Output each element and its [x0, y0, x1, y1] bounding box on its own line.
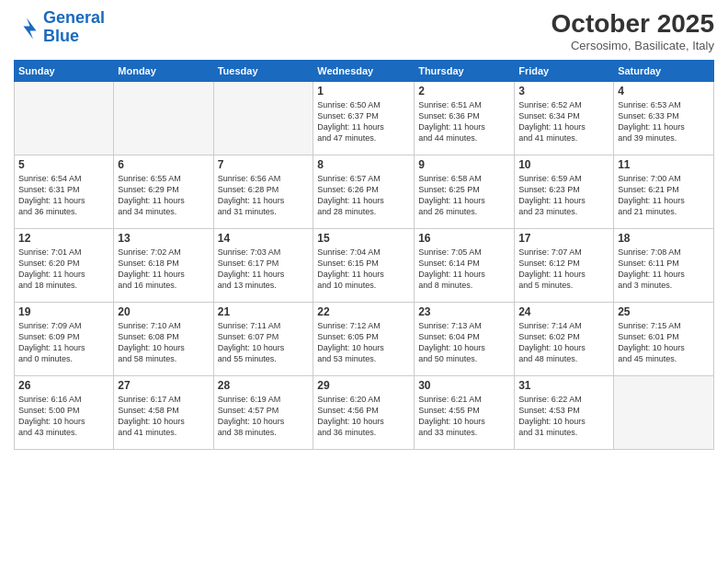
day-info: Sunrise: 6:52 AM Sunset: 6:34 PM Dayligh…	[518, 99, 609, 144]
calendar-cell: 22Sunrise: 7:12 AM Sunset: 6:05 PM Dayli…	[313, 303, 415, 376]
logo-blue: Blue	[43, 28, 105, 46]
weekday-header: Thursday	[415, 61, 515, 82]
day-info: Sunrise: 6:56 AM Sunset: 6:28 PM Dayligh…	[218, 173, 310, 218]
day-number: 23	[418, 305, 510, 318]
calendar-cell: 10Sunrise: 6:59 AM Sunset: 6:23 PM Dayli…	[515, 155, 614, 229]
day-info: Sunrise: 7:11 AM Sunset: 6:07 PM Dayligh…	[218, 320, 310, 365]
day-number: 7	[218, 158, 310, 171]
day-number: 20	[118, 305, 209, 318]
day-number: 25	[618, 305, 710, 318]
calendar-week-row: 19Sunrise: 7:09 AM Sunset: 6:09 PM Dayli…	[15, 303, 714, 376]
calendar-cell: 11Sunrise: 7:00 AM Sunset: 6:21 PM Dayli…	[614, 155, 714, 229]
day-number: 9	[418, 158, 510, 171]
calendar-cell	[614, 376, 714, 450]
day-info: Sunrise: 6:22 AM Sunset: 4:53 PM Dayligh…	[518, 394, 609, 439]
calendar-cell: 26Sunrise: 6:16 AM Sunset: 5:00 PM Dayli…	[15, 376, 114, 450]
day-info: Sunrise: 6:19 AM Sunset: 4:57 PM Dayligh…	[218, 394, 310, 439]
day-info: Sunrise: 7:03 AM Sunset: 6:17 PM Dayligh…	[218, 247, 310, 292]
logo-icon	[14, 15, 40, 40]
day-info: Sunrise: 7:00 AM Sunset: 6:21 PM Dayligh…	[618, 173, 710, 218]
calendar-week-row: 1Sunrise: 6:50 AM Sunset: 6:37 PM Daylig…	[15, 82, 714, 155]
svg-marker-0	[24, 17, 37, 39]
calendar-cell: 15Sunrise: 7:04 AM Sunset: 6:15 PM Dayli…	[313, 229, 415, 303]
weekday-header: Sunday	[15, 61, 114, 82]
calendar-week-row: 12Sunrise: 7:01 AM Sunset: 6:20 PM Dayli…	[15, 229, 714, 303]
day-info: Sunrise: 6:21 AM Sunset: 4:55 PM Dayligh…	[418, 394, 510, 439]
calendar-container: General Blue October 2025 Cersosimo, Bas…	[0, 0, 728, 563]
day-number: 11	[618, 158, 710, 171]
calendar-cell: 14Sunrise: 7:03 AM Sunset: 6:17 PM Dayli…	[213, 229, 313, 303]
calendar-cell: 20Sunrise: 7:10 AM Sunset: 6:08 PM Dayli…	[114, 303, 213, 376]
day-number: 18	[618, 232, 710, 245]
calendar-cell: 2Sunrise: 6:51 AM Sunset: 6:36 PM Daylig…	[415, 82, 515, 155]
day-info: Sunrise: 7:09 AM Sunset: 6:09 PM Dayligh…	[18, 320, 109, 365]
calendar-cell: 12Sunrise: 7:01 AM Sunset: 6:20 PM Dayli…	[15, 229, 114, 303]
day-number: 16	[418, 232, 510, 245]
calendar-cell: 6Sunrise: 6:55 AM Sunset: 6:29 PM Daylig…	[114, 155, 213, 229]
calendar-cell: 25Sunrise: 7:15 AM Sunset: 6:01 PM Dayli…	[614, 303, 714, 376]
calendar-cell: 31Sunrise: 6:22 AM Sunset: 4:53 PM Dayli…	[515, 376, 614, 450]
weekday-header: Wednesday	[313, 61, 415, 82]
calendar-cell	[114, 82, 213, 155]
day-info: Sunrise: 7:07 AM Sunset: 6:12 PM Dayligh…	[518, 247, 609, 292]
month-title: October 2025	[552, 9, 714, 39]
calendar-cell: 3Sunrise: 6:52 AM Sunset: 6:34 PM Daylig…	[515, 82, 614, 155]
calendar-cell: 7Sunrise: 6:56 AM Sunset: 6:28 PM Daylig…	[213, 155, 313, 229]
day-number: 21	[218, 305, 310, 318]
calendar-cell	[213, 82, 313, 155]
logo: General Blue	[14, 9, 105, 46]
weekday-header: Saturday	[614, 61, 714, 82]
day-number: 12	[18, 232, 109, 245]
calendar-cell: 23Sunrise: 7:13 AM Sunset: 6:04 PM Dayli…	[415, 303, 515, 376]
day-number: 15	[317, 232, 410, 245]
day-info: Sunrise: 7:05 AM Sunset: 6:14 PM Dayligh…	[418, 247, 510, 292]
day-number: 13	[118, 232, 209, 245]
day-info: Sunrise: 7:15 AM Sunset: 6:01 PM Dayligh…	[618, 320, 710, 365]
calendar-week-row: 5Sunrise: 6:54 AM Sunset: 6:31 PM Daylig…	[15, 155, 714, 229]
day-info: Sunrise: 7:12 AM Sunset: 6:05 PM Dayligh…	[317, 320, 410, 365]
day-info: Sunrise: 6:50 AM Sunset: 6:37 PM Dayligh…	[317, 99, 410, 144]
day-info: Sunrise: 7:04 AM Sunset: 6:15 PM Dayligh…	[317, 247, 410, 292]
day-number: 8	[317, 158, 410, 171]
day-number: 2	[418, 85, 510, 98]
day-number: 4	[618, 85, 710, 98]
day-info: Sunrise: 7:13 AM Sunset: 6:04 PM Dayligh…	[418, 320, 510, 365]
calendar-cell: 30Sunrise: 6:21 AM Sunset: 4:55 PM Dayli…	[415, 376, 515, 450]
day-info: Sunrise: 6:55 AM Sunset: 6:29 PM Dayligh…	[118, 173, 209, 218]
header: General Blue October 2025 Cersosimo, Bas…	[14, 9, 714, 52]
day-number: 31	[518, 379, 609, 392]
calendar-cell: 17Sunrise: 7:07 AM Sunset: 6:12 PM Dayli…	[515, 229, 614, 303]
calendar-cell	[15, 82, 114, 155]
calendar-cell: 24Sunrise: 7:14 AM Sunset: 6:02 PM Dayli…	[515, 303, 614, 376]
day-number: 28	[218, 379, 310, 392]
calendar-cell: 5Sunrise: 6:54 AM Sunset: 6:31 PM Daylig…	[15, 155, 114, 229]
day-info: Sunrise: 7:02 AM Sunset: 6:18 PM Dayligh…	[118, 247, 209, 292]
title-area: October 2025 Cersosimo, Basilicate, Ital…	[552, 9, 714, 52]
day-number: 6	[118, 158, 209, 171]
day-number: 30	[418, 379, 510, 392]
day-number: 3	[518, 85, 609, 98]
calendar-cell: 1Sunrise: 6:50 AM Sunset: 6:37 PM Daylig…	[313, 82, 415, 155]
day-number: 5	[18, 158, 109, 171]
calendar-cell: 19Sunrise: 7:09 AM Sunset: 6:09 PM Dayli…	[15, 303, 114, 376]
calendar-cell: 28Sunrise: 6:19 AM Sunset: 4:57 PM Dayli…	[213, 376, 313, 450]
day-number: 19	[18, 305, 109, 318]
weekday-header-row: SundayMondayTuesdayWednesdayThursdayFrid…	[15, 61, 714, 82]
calendar-cell: 4Sunrise: 6:53 AM Sunset: 6:33 PM Daylig…	[614, 82, 714, 155]
day-info: Sunrise: 7:10 AM Sunset: 6:08 PM Dayligh…	[118, 320, 209, 365]
day-number: 1	[317, 85, 410, 98]
day-number: 10	[518, 158, 609, 171]
calendar-cell: 21Sunrise: 7:11 AM Sunset: 6:07 PM Dayli…	[213, 303, 313, 376]
day-number: 27	[118, 379, 209, 392]
calendar-cell: 16Sunrise: 7:05 AM Sunset: 6:14 PM Dayli…	[415, 229, 515, 303]
day-info: Sunrise: 6:20 AM Sunset: 4:56 PM Dayligh…	[317, 394, 410, 439]
day-info: Sunrise: 6:54 AM Sunset: 6:31 PM Dayligh…	[18, 173, 109, 218]
calendar-cell: 18Sunrise: 7:08 AM Sunset: 6:11 PM Dayli…	[614, 229, 714, 303]
day-info: Sunrise: 6:57 AM Sunset: 6:26 PM Dayligh…	[317, 173, 410, 218]
day-info: Sunrise: 6:17 AM Sunset: 4:58 PM Dayligh…	[118, 394, 209, 439]
day-info: Sunrise: 7:14 AM Sunset: 6:02 PM Dayligh…	[518, 320, 609, 365]
calendar-cell: 29Sunrise: 6:20 AM Sunset: 4:56 PM Dayli…	[313, 376, 415, 450]
calendar-table: SundayMondayTuesdayWednesdayThursdayFrid…	[14, 60, 714, 450]
calendar-cell: 8Sunrise: 6:57 AM Sunset: 6:26 PM Daylig…	[313, 155, 415, 229]
day-info: Sunrise: 6:59 AM Sunset: 6:23 PM Dayligh…	[518, 173, 609, 218]
